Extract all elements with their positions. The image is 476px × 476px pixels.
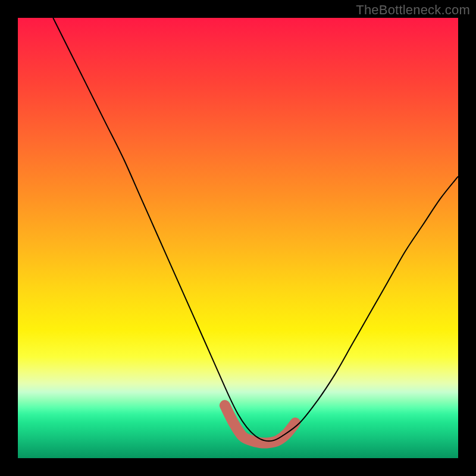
optimal-band-line (225, 405, 295, 443)
chart-frame: TheBottleneck.com (0, 0, 476, 476)
bottleneck-curve-line (53, 18, 458, 441)
curve-layer (18, 18, 458, 458)
watermark-text: TheBottleneck.com (356, 2, 470, 18)
plot-area (18, 18, 458, 458)
